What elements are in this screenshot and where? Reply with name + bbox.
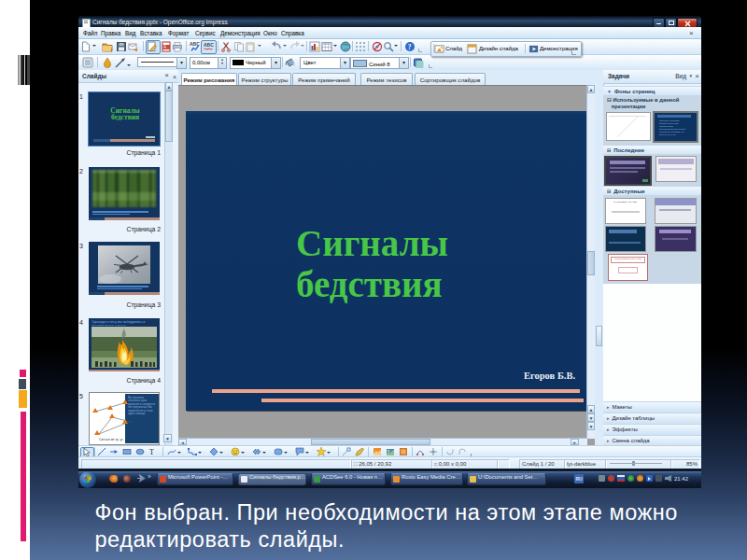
svg-text:ABC: ABC [204,42,214,48]
svg-text:?: ? [408,43,412,51]
svg-text:Сигнал из тр. уг.: Сигнал из тр. уг. [99,438,123,441]
svg-text:A: A [163,45,166,49]
